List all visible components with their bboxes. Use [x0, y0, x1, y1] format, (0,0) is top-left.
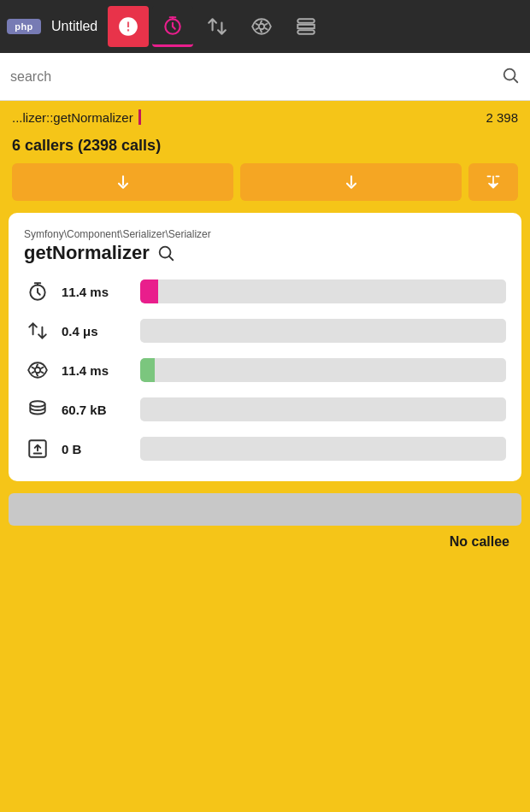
func-header: ...lizer::getNormalizer 2 398	[0, 101, 530, 133]
metric-database-value: 60.7 kB	[62, 403, 130, 417]
metric-row-timer: 11.4 ms	[24, 278, 506, 305]
search-icon[interactable]	[501, 66, 520, 88]
metric-database-icon	[24, 396, 51, 423]
metric-transfer-value: 0.4 μs	[62, 324, 130, 338]
callers-split-btn[interactable]	[468, 163, 518, 201]
metric-upload-icon	[24, 435, 51, 462]
metric-eye-value: 11.4 ms	[62, 363, 130, 378]
metric-eye-icon	[24, 356, 51, 384]
cursor	[138, 109, 141, 125]
timer-icon-btn[interactable]	[152, 6, 193, 47]
search-input[interactable]	[10, 69, 501, 85]
transfer-icon-btn[interactable]	[197, 6, 238, 47]
bottom-area: No callee	[0, 493, 530, 562]
svg-point-9	[35, 368, 41, 374]
svg-point-2	[259, 24, 265, 30]
detail-namespace: Symfony\Component\Serializer\Serializer	[24, 228, 506, 240]
callers-info: 6 callers (2398 calls)	[0, 133, 530, 163]
action-buttons	[0, 163, 530, 213]
metric-upload-value: 0 B	[62, 442, 130, 456]
metric-timer-bar	[140, 279, 506, 303]
down-arrow-icon-1	[115, 174, 132, 191]
metric-timer-icon	[24, 278, 51, 305]
down-arrow-icon-2	[343, 174, 360, 191]
callers-label: 6 callers (2398 calls)	[12, 137, 161, 154]
database-icon	[295, 15, 317, 38]
detail-funcname: getNormalizer	[24, 242, 506, 264]
database-icon-btn[interactable]	[286, 6, 327, 47]
alert-icon	[117, 15, 139, 38]
metric-row-upload: 0 B	[24, 435, 506, 462]
nav-title: Untitled	[44, 19, 104, 34]
detail-card: Symfony\Component\Serializer\Serializer …	[9, 213, 521, 481]
metric-eye-bar-fill	[140, 358, 155, 382]
metric-row-database: 60.7 kB	[24, 396, 506, 423]
callers-down-btn-1[interactable]	[12, 163, 233, 201]
timer-icon	[162, 15, 184, 37]
func-header-count: 2 398	[486, 110, 518, 125]
metric-upload-bar	[140, 437, 506, 461]
eye-icon	[250, 15, 273, 38]
down-split-icon	[485, 174, 502, 191]
func-header-name: ...lizer::getNormalizer	[12, 109, 141, 125]
bottom-gray-bar	[9, 493, 521, 526]
svg-rect-5	[298, 30, 315, 33]
php-badge: php	[7, 19, 41, 34]
top-nav: php Untitled	[0, 0, 530, 53]
metric-transfer-bar	[140, 319, 506, 343]
metric-timer-bar-fill	[140, 279, 158, 303]
metric-database-bar	[140, 397, 506, 421]
metric-transfer-icon	[24, 317, 51, 344]
no-callee-label: No callee	[9, 526, 521, 550]
search-fn-icon[interactable]	[156, 244, 175, 262]
search-bar	[0, 53, 530, 101]
metric-row-eye: 11.4 ms	[24, 356, 506, 384]
svg-point-10	[30, 401, 44, 407]
metric-row-transfer: 0.4 μs	[24, 317, 506, 344]
svg-rect-3	[298, 19, 315, 22]
eye-icon-btn[interactable]	[241, 6, 282, 47]
callers-down-btn-2[interactable]	[240, 163, 462, 201]
metric-timer-value: 11.4 ms	[62, 285, 130, 299]
svg-rect-4	[298, 25, 315, 28]
metric-eye-bar	[140, 358, 506, 382]
transfer-icon	[206, 15, 228, 38]
alert-icon-btn[interactable]	[108, 6, 149, 47]
